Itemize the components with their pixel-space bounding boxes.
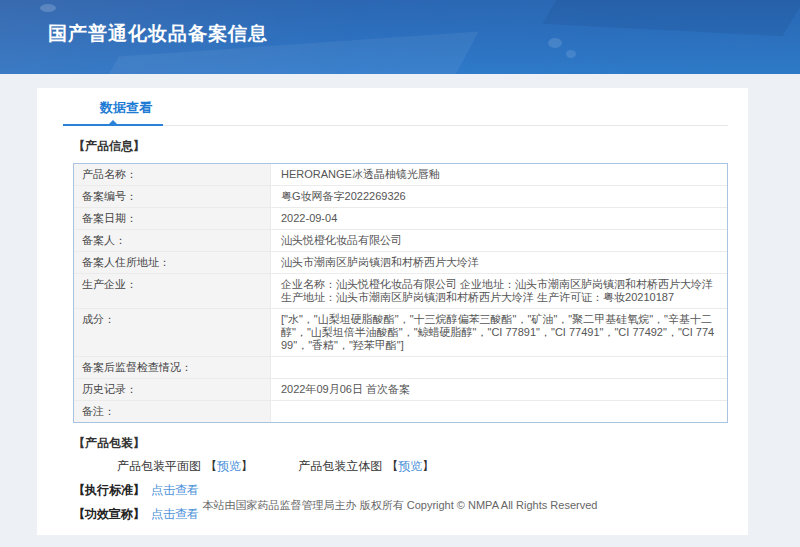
row-value: 2022年09月06日 首次备案 — [271, 379, 727, 400]
row-label: 生产企业： — [74, 274, 271, 308]
packaging-flat-preview-link[interactable]: 预览 — [217, 459, 241, 473]
content-card: 数据查看 【产品信息】 产品名称： HERORANGE冰透晶柚镜光唇釉 备案编号… — [37, 88, 748, 535]
bracket-close: 】 — [422, 459, 434, 473]
table-row-registrant-address: 备案人住所地址： 汕头市潮南区胪岗镇泗和村桥西片大坽洋 — [74, 252, 727, 274]
packaging-3d-preview-link[interactable]: 预览 — [398, 459, 422, 473]
tab-caret-icon — [109, 120, 117, 124]
table-row-registration-date: 备案日期： 2022-09-04 — [74, 208, 727, 230]
row-value: 企业名称：汕头悦橙化妆品有限公司 企业地址：汕头市潮南区胪岗镇泗和村桥西片大坽洋… — [271, 274, 727, 308]
exec-standard-view-link[interactable]: 点击查看 — [151, 483, 199, 497]
row-value: 粤G妆网备字2022269326 — [271, 186, 727, 207]
table-row-manufacturer: 生产企业： 企业名称：汕头悦橙化妆品有限公司 企业地址：汕头市潮南区胪岗镇泗和村… — [74, 274, 727, 309]
table-row-supervision: 备案后监督检查情况： — [74, 357, 727, 379]
table-row-registrant: 备案人： 汕头悦橙化妆品有限公司 — [74, 230, 727, 252]
tab-active-underline — [63, 124, 163, 126]
row-label: 历史记录： — [74, 379, 271, 400]
exec-standard-row: 【执行标准】点击查看 — [73, 482, 728, 499]
packaging-section-title: 【产品包装】 — [73, 435, 728, 452]
row-label: 产品名称： — [74, 164, 271, 185]
page-header-banner: 国产普通化妆品备案信息 — [0, 0, 800, 74]
row-label: 备案人： — [74, 230, 271, 251]
product-info-section-title: 【产品信息】 — [73, 138, 728, 155]
packaging-flat-view: 产品包装平面图【预览】 — [117, 459, 256, 473]
bracket-close: 】 — [241, 459, 253, 473]
tab-bar: 数据查看 — [73, 88, 728, 126]
packaging-flat-label: 产品包装平面图 — [117, 459, 201, 473]
table-row-product-name: 产品名称： HERORANGE冰透晶柚镜光唇釉 — [74, 164, 727, 186]
footer-copyright: 本站由国家药品监督管理局主办 版权所有 Copyright © NMPA All… — [0, 498, 800, 513]
packaging-3d-label: 产品包装立体图 — [298, 459, 382, 473]
packaging-previews: 产品包装平面图【预览】 产品包装立体图【预览】 — [117, 458, 728, 475]
banner-decor-dot — [40, 4, 56, 12]
banner-decor-dot — [548, 38, 562, 48]
page-title: 国产普通化妆品备案信息 — [48, 21, 268, 47]
table-row-registration-number: 备案编号： 粤G妆网备字2022269326 — [74, 186, 727, 208]
bracket-open: 【 — [205, 459, 217, 473]
tab-data-view-label: 数据查看 — [100, 100, 152, 115]
tab-data-view[interactable]: 数据查看 — [90, 99, 162, 125]
row-label: 备注： — [74, 401, 271, 422]
row-value: 2022-09-04 — [271, 208, 727, 229]
row-value: ["水"，"山梨坦硬脂酸酯"，"十三烷醇偏苯三酸酯"，"矿油"，"聚二甲基硅氧烷… — [271, 309, 727, 356]
page: 国产普通化妆品备案信息 数据查看 【产品信息】 产品名称： HERORANGE冰… — [0, 0, 800, 547]
table-row-ingredients: 成分： ["水"，"山梨坦硬脂酸酯"，"十三烷醇偏苯三酸酯"，"矿油"，"聚二甲… — [74, 309, 727, 357]
row-value — [271, 357, 727, 378]
table-row-remarks: 备注： — [74, 401, 727, 422]
exec-standard-label: 【执行标准】 — [73, 483, 145, 497]
row-value: HERORANGE冰透晶柚镜光唇釉 — [271, 164, 727, 185]
row-label: 备案人住所地址： — [74, 252, 271, 273]
row-value — [271, 401, 727, 422]
packaging-3d-view: 产品包装立体图【预览】 — [298, 459, 434, 473]
row-label: 备案编号： — [74, 186, 271, 207]
row-value: 汕头市潮南区胪岗镇泗和村桥西片大坽洋 — [271, 252, 727, 273]
row-label: 备案后监督检查情况： — [74, 357, 271, 378]
product-info-table: 产品名称： HERORANGE冰透晶柚镜光唇釉 备案编号： 粤G妆网备字2022… — [73, 163, 728, 423]
banner-decor-dot — [566, 50, 576, 58]
row-value: 汕头悦橙化妆品有限公司 — [271, 230, 727, 251]
row-label: 成分： — [74, 309, 271, 356]
row-label: 备案日期： — [74, 208, 271, 229]
table-row-history: 历史记录： 2022年09月06日 首次备案 — [74, 379, 727, 401]
bracket-open: 【 — [386, 459, 398, 473]
